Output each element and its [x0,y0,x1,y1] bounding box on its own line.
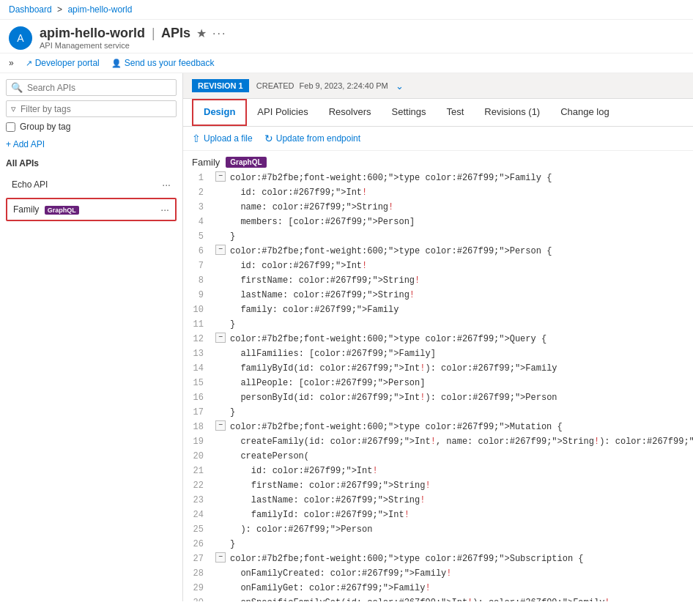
collapse-icon[interactable]: − [215,552,226,563]
line-number: 9 [183,289,212,302]
line-number: 20 [183,450,212,463]
line-content: onSpecificFamilyGet(id: color:#267f99;">… [230,596,693,601]
line-content: name: color:#267f99;">String! [230,201,693,214]
upload-file-button[interactable]: ⇧ Upload a file [192,133,253,144]
code-editor[interactable]: 1−color:#7b2fbe;font-weight:600;">type c… [183,171,693,601]
line-content: onFamilyCreated: color:#267f99;">Family! [230,567,693,580]
line-gutter[interactable]: − [212,245,230,255]
tab-test[interactable]: Test [437,99,475,126]
upload-label: Upload a file [204,133,253,144]
breadcrumb-dashboard[interactable]: Dashboard [9,4,52,15]
line-gutter[interactable]: − [212,420,230,431]
code-line: 22 firstName: color:#267f99;">String! [183,478,693,493]
line-content: } [230,318,693,331]
line-number: 17 [183,406,212,419]
filter-input[interactable] [21,104,171,114]
line-content: allPeople: [color:#267f99;">Person] [230,376,693,390]
feedback-link[interactable]: 👤 Send us your feedback [111,58,215,68]
line-content: familyId: color:#267f99;">Int! [230,508,693,522]
created-label: CREATED [256,81,294,90]
line-gutter[interactable]: − [212,171,230,182]
line-number: 29 [183,582,212,595]
line-content: color:#7b2fbe;font-weight:600;">type col… [230,171,693,185]
add-api-button[interactable]: + Add API [6,139,177,149]
line-content: personById(id: color:#267f99;">Int!): co… [230,391,693,404]
group-by-tag-label: Group by tag [20,122,70,132]
group-by-tag-checkbox[interactable] [6,122,15,132]
line-number: 22 [183,479,212,492]
code-line: 5} [183,229,693,244]
line-number: 21 [183,464,212,478]
tab-revisions[interactable]: Revisions (1) [474,99,550,126]
code-line: 11} [183,317,693,332]
line-number: 13 [183,347,212,360]
collapse-icon[interactable]: − [215,245,226,255]
group-by-tag-row: Group by tag [6,122,177,132]
graphql-badge: GraphQL [45,206,79,215]
code-line: 29 onFamilyGet: color:#267f99;">Family! [183,581,693,595]
code-line: 20 createPerson( [183,449,693,464]
update-endpoint-button[interactable]: ↻ Update from endpoint [264,133,360,144]
revision-bar: REVISION 1 CREATED Feb 9, 2023, 2:24:40 … [183,73,693,99]
code-line: 6−color:#7b2fbe;font-weight:600;">type c… [183,244,693,259]
developer-portal-link[interactable]: ↗ Developer portal [26,58,100,68]
search-input[interactable] [27,83,171,93]
code-line: 19 createFamily(id: color:#267f99;">Int!… [183,434,693,449]
filter-icon: ▿ [11,103,16,114]
line-content: id: color:#267f99;">Int! [230,464,693,478]
collapse-icon[interactable]: − [215,333,226,343]
revision-dropdown[interactable]: ⌄ [396,81,404,92]
api-echo-name: Echo API [12,179,48,190]
line-number: 23 [183,494,212,507]
tab-resolvers[interactable]: Resolvers [319,99,382,126]
code-line: 24 familyId: color:#267f99;">Int! [183,508,693,522]
code-line: 8 firstName: color:#267f99;">String! [183,273,693,288]
tab-settings[interactable]: Settings [382,99,437,126]
line-number: 7 [183,259,212,272]
line-content: color:#7b2fbe;font-weight:600;">type col… [230,552,693,565]
code-line: 16 personById(id: color:#267f99;">Int!):… [183,390,693,405]
line-content: ): color:#267f99;">Person [230,523,693,536]
code-line: 1−color:#7b2fbe;font-weight:600;">type c… [183,171,693,185]
search-icon: 🔍 [11,82,23,93]
api-echo-more[interactable]: ··· [162,179,171,190]
line-content: lastName: color:#267f99;">String! [230,289,693,302]
upload-icon: ⇧ [192,133,201,144]
api-graphql-badge: GraphQL [226,157,266,168]
app-section: APIs [161,26,190,40]
line-number: 10 [183,303,212,316]
line-number: 2 [183,186,212,199]
search-container: 🔍 [6,79,177,96]
line-content: createPerson( [230,450,693,463]
tabs-bar: Design API Policies Resolvers Settings T… [183,99,693,127]
api-item-echo[interactable]: Echo API ··· [6,174,177,195]
app-header: A apim-hello-world | APIs ★ ··· API Mana… [0,20,693,53]
api-item-family[interactable]: Family GraphQL ··· [6,198,177,221]
collapse-icon[interactable]: − [215,420,226,431]
feedback-icon: 👤 [111,59,122,68]
line-gutter[interactable]: − [212,552,230,563]
tab-api-policies[interactable]: API Policies [247,99,318,126]
line-number: 11 [183,318,212,331]
api-family-more[interactable]: ··· [160,204,169,215]
line-number: 3 [183,201,212,214]
code-line: 3 name: color:#267f99;">String! [183,200,693,215]
collapse-icon[interactable]: − [215,171,226,182]
pipe-separator: | [152,26,155,40]
more-icon[interactable]: ··· [212,27,226,40]
revision-badge: REVISION 1 [192,79,249,92]
line-gutter[interactable]: − [212,333,230,343]
line-content: color:#7b2fbe;font-weight:600;">type col… [230,333,693,346]
revision-info: CREATED Feb 9, 2023, 2:24:40 PM [256,81,388,90]
star-icon[interactable]: ★ [196,26,207,40]
expand-icon[interactable]: » [9,58,14,68]
line-content: familyById(id: color:#267f99;">Int!): co… [230,362,693,375]
line-content: color:#7b2fbe;font-weight:600;">type col… [230,245,693,258]
main-layout: 🔍 ▿ Group by tag + Add API All APIs Echo… [0,73,693,601]
line-content: allFamilies: [color:#267f99;">Family] [230,347,693,360]
tab-change-log[interactable]: Change log [550,99,620,126]
code-line: 15 allPeople: [color:#267f99;">Person] [183,376,693,390]
tab-design[interactable]: Design [192,99,247,126]
code-line: 30 onSpecificFamilyGet(id: color:#267f99… [183,595,693,601]
code-line: 2 id: color:#267f99;">Int! [183,185,693,200]
